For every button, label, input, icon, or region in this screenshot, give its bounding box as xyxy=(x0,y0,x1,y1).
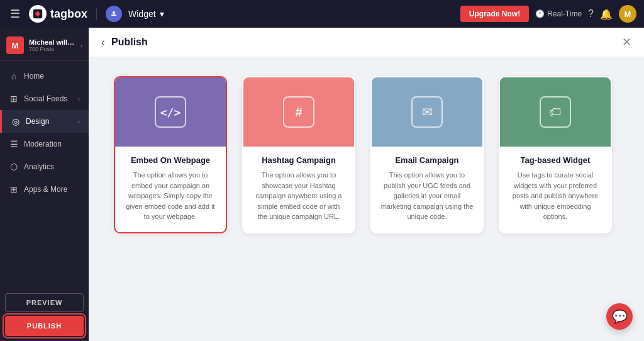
publish-header-left: ‹ Publish xyxy=(101,36,148,49)
logo-text: tagbox xyxy=(50,8,87,21)
tag-card-icon-area: 🏷 xyxy=(500,77,611,147)
moderation-icon: ☰ xyxy=(9,139,19,149)
tag-icon: 🏷 xyxy=(549,105,562,120)
widget-label: Widget xyxy=(128,9,156,19)
bell-icon[interactable]: 🔔 xyxy=(600,8,613,20)
upgrade-button[interactable]: Upgrade Now! xyxy=(460,6,529,22)
tag-card[interactable]: 🏷 Tag-based Widget Use tags to curate so… xyxy=(499,76,612,233)
embed-icon-box: </> xyxy=(155,96,186,128)
embed-icon: </> xyxy=(160,106,181,119)
embed-card-body: Embed On Webpage The option allows you t… xyxy=(115,147,226,232)
sidebar-item-analytics-label: Analytics xyxy=(24,162,80,171)
sidebar-item-moderation[interactable]: ☰ Moderation xyxy=(0,133,89,155)
logo: tagbox xyxy=(29,5,87,23)
sidebar-nav: ⌂ Home ⊞ Social Feeds › ◎ Design › ☰ Mod… xyxy=(0,61,89,288)
email-icon-box: ✉ xyxy=(411,96,443,128)
embed-card-icon-area: </> xyxy=(115,77,226,147)
embed-card-desc: The option allows you to embed your camp… xyxy=(124,170,217,222)
logo-icon xyxy=(29,5,47,23)
nav-divider xyxy=(96,8,97,20)
back-button[interactable]: ‹ xyxy=(101,36,105,49)
hashtag-card-title: Hashtag Campaign xyxy=(252,155,345,165)
design-icon: ◎ xyxy=(11,116,21,126)
embed-card[interactable]: </> Embed On Webpage The option allows y… xyxy=(114,76,227,233)
chat-icon: 💬 xyxy=(612,309,628,324)
publish-button[interactable]: PUBLISH xyxy=(5,316,84,336)
realtime-label: Real-Time xyxy=(547,9,582,18)
hashtag-card[interactable]: # Hashtag Campaign The option allows you… xyxy=(242,76,355,233)
profile-avatar: M xyxy=(6,36,24,54)
svg-rect-2 xyxy=(111,14,116,16)
top-navbar: ☰ tagbox Widget ▾ Upgrade Now! 🕐 Real-Ti… xyxy=(0,0,644,28)
chevron-down-icon: ▾ xyxy=(160,9,164,19)
content-area: ‹ Publish ✕ </> Embed On Webpage The opt… xyxy=(89,28,644,341)
hashtag-icon-box: # xyxy=(283,96,314,128)
sidebar-item-analytics[interactable]: ⬡ Analytics xyxy=(0,155,89,178)
publish-title: Publish xyxy=(111,36,148,48)
hashtag-card-body: Hashtag Campaign The option allows you t… xyxy=(243,147,354,232)
sidebar-item-apps-label: Apps & More xyxy=(24,185,80,194)
social-feeds-arrow-icon: › xyxy=(78,96,80,103)
sidebar-item-home[interactable]: ⌂ Home xyxy=(0,65,89,87)
profile-arrow-icon: › xyxy=(80,42,82,49)
sidebar: M Micheal william... 700 Posts › ⌂ Home … xyxy=(0,28,89,341)
profile-info: Micheal william... 700 Posts xyxy=(29,38,75,52)
svg-point-1 xyxy=(113,11,115,14)
widget-selector-button[interactable]: Widget ▾ xyxy=(128,9,164,19)
clock-icon: 🕐 xyxy=(535,9,545,18)
hashtag-card-desc: The option allows you to showcase your H… xyxy=(252,170,345,222)
design-arrow-icon: › xyxy=(78,118,80,125)
sidebar-item-social-feeds[interactable]: ⊞ Social Feeds › xyxy=(0,87,89,110)
chat-fab-button[interactable]: 💬 xyxy=(606,303,633,330)
hashtag-icon: # xyxy=(295,105,302,120)
sidebar-item-social-feeds-label: Social Feeds xyxy=(24,94,73,103)
sidebar-profile[interactable]: M Micheal william... 700 Posts › xyxy=(0,30,89,61)
realtime-indicator: 🕐 Real-Time xyxy=(535,9,582,18)
sidebar-item-apps-more[interactable]: ⊞ Apps & More xyxy=(0,178,89,201)
profile-name: Micheal william... xyxy=(29,38,75,46)
tag-card-desc: Use tags to curate social widgets with y… xyxy=(509,170,602,222)
main-layout: M Micheal william... 700 Posts › ⌂ Home … xyxy=(0,28,644,341)
sidebar-item-home-label: Home xyxy=(24,72,80,81)
widget-avatar-icon xyxy=(106,6,122,22)
email-card-title: Email Campaign xyxy=(380,155,474,165)
help-icon[interactable]: ? xyxy=(588,8,594,20)
home-icon: ⌂ xyxy=(9,71,19,81)
social-feeds-icon: ⊞ xyxy=(9,94,19,104)
publish-cards-container: </> Embed On Webpage The option allows y… xyxy=(89,57,644,341)
hashtag-card-icon-area: # xyxy=(243,77,354,147)
hamburger-button[interactable]: ☰ xyxy=(8,4,23,23)
email-card-desc: This option allows you to publish your U… xyxy=(380,170,474,222)
tag-card-title: Tag-based Widget xyxy=(509,155,602,165)
sidebar-bottom: PREVIEW PUBLISH xyxy=(0,288,89,341)
sidebar-item-design[interactable]: ◎ Design › xyxy=(0,110,89,133)
analytics-icon: ⬡ xyxy=(9,162,19,172)
profile-posts: 700 Posts xyxy=(29,46,75,52)
close-button[interactable]: ✕ xyxy=(622,35,631,49)
embed-card-title: Embed On Webpage xyxy=(124,155,217,165)
publish-header: ‹ Publish ✕ xyxy=(89,28,644,57)
sidebar-item-moderation-label: Moderation xyxy=(24,140,80,148)
email-card-body: Email Campaign This option allows you to… xyxy=(372,147,482,232)
sidebar-item-design-label: Design xyxy=(26,117,73,126)
email-icon: ✉ xyxy=(422,104,433,120)
user-avatar[interactable]: M xyxy=(619,5,636,23)
apps-icon: ⊞ xyxy=(9,184,19,194)
tag-icon-box: 🏷 xyxy=(540,96,571,128)
email-card[interactable]: ✉ Email Campaign This option allows you … xyxy=(370,76,484,233)
preview-button[interactable]: PREVIEW xyxy=(5,293,84,312)
tag-card-body: Tag-based Widget Use tags to curate soci… xyxy=(500,147,611,232)
email-card-icon-area: ✉ xyxy=(372,77,482,147)
